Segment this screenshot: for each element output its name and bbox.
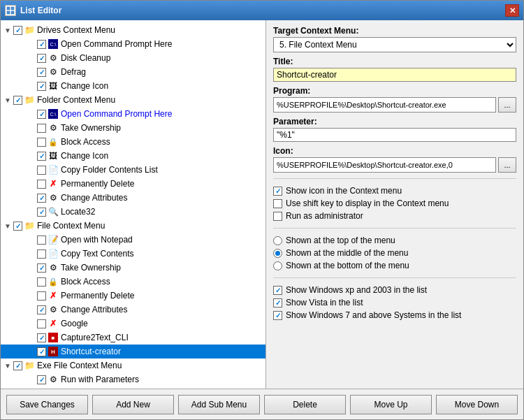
item-file-capture[interactable]: ■ Capture2Text_CLI [1, 331, 265, 345]
item-file-delete[interactable]: ✗ Permanently Delete [1, 289, 265, 303]
program-input[interactable] [273, 97, 496, 113]
radio-row-bottom[interactable]: Shown at the bottom of the menu [273, 259, 516, 272]
label-file-ownership: Take Ownership [61, 263, 121, 273]
cb-win7[interactable] [273, 311, 282, 320]
radios-group: Shown at the top of the menu Shown at th… [273, 234, 516, 272]
cb-file-capture[interactable] [37, 333, 46, 342]
cb-folder-changeicon[interactable] [37, 152, 46, 161]
cb-row-win7[interactable]: Show Windows 7 and above Systems in the … [273, 309, 516, 321]
cb-file-ownership[interactable] [37, 263, 46, 273]
add-new-button[interactable]: Add New [92, 395, 174, 414]
cb-folder-ownership[interactable] [37, 124, 46, 133]
gear-icon6: ⚙ [48, 192, 59, 203]
cb-folder-cmd[interactable] [37, 110, 46, 119]
label-file-attributes: Change Attributes [61, 305, 127, 314]
cb-drive-changeicon[interactable] [37, 82, 46, 91]
target-label: Target Context Menu: [273, 26, 516, 36]
cb-row-use-shift[interactable]: Use shift key to display in the Context … [273, 197, 516, 210]
gear-icon7: 🔍 [48, 206, 59, 217]
item-folder-attributes[interactable]: ⚙ Change Attributes [1, 191, 265, 205]
item-file-copy[interactable]: 📄 Copy Text Contents [1, 247, 265, 261]
cb-row-run-admin[interactable]: Run as administrator [273, 210, 516, 222]
spacer [26, 38, 37, 50]
right-panel: Target Context Menu: 5. File Context Men… [266, 20, 523, 389]
cb-file-google[interactable] [37, 319, 46, 328]
item-file-attributes[interactable]: ⚙ Change Attributes [1, 303, 265, 317]
section-drives[interactable]: ▼ 📁 Drives Context Menu [1, 23, 265, 37]
radio-middle[interactable] [273, 249, 282, 258]
cb-folder-attributes[interactable] [37, 194, 46, 203]
item-file-notepad[interactable]: 📝 Open with Notepad [1, 233, 265, 247]
cb-row-show-icon[interactable]: Show icon in the Context menu [273, 184, 516, 197]
cb-folder-delete[interactable] [37, 180, 46, 189]
cb-file-notepad[interactable] [37, 236, 46, 245]
item-drive-cmd[interactable]: C:\ Open Command Prompt Here [1, 37, 265, 51]
cb-vista[interactable] [273, 298, 282, 307]
checkbox-drives[interactable] [13, 26, 22, 35]
cb-file-copy[interactable] [37, 249, 46, 259]
cb-row-winxp[interactable]: Show Windows xp and 2003 in the list [273, 284, 516, 296]
item-drive-cleanup[interactable]: ⚙ Disk Cleanup [1, 51, 265, 65]
cb-show-icon[interactable] [273, 187, 282, 196]
cb-file-block[interactable] [37, 277, 46, 287]
item-folder-delete[interactable]: ✗ Permanently Delete [1, 177, 265, 191]
checkbox-file[interactable] [13, 222, 22, 231]
cb-use-shift[interactable] [273, 199, 282, 208]
close-button[interactable]: ✕ [505, 4, 519, 17]
item-folder-ownership[interactable]: ⚙ Take Ownership [1, 121, 265, 135]
item-exe-run[interactable]: ⚙ Run with Parameters [1, 372, 265, 386]
checkbox-folder[interactable] [13, 96, 22, 105]
radio-row-middle[interactable]: Shown at the middle of the menu [273, 247, 516, 259]
item-folder-copylist[interactable]: 📄 Copy Folder Contents List [1, 163, 265, 177]
title-input[interactable] [273, 68, 516, 82]
parameter-label: Parameter: [273, 117, 516, 126]
icon-input[interactable] [273, 157, 496, 173]
item-file-ownership[interactable]: ⚙ Take Ownership [1, 261, 265, 275]
move-up-button[interactable]: Move Up [350, 395, 432, 414]
section-exe[interactable]: ▼ 📁 Exe File Context Menu [1, 359, 265, 372]
cb-file-attributes[interactable] [37, 305, 46, 314]
move-down-button[interactable]: Move Down [436, 395, 518, 414]
separator1 [273, 178, 516, 179]
radio-bottom[interactable] [273, 261, 282, 270]
cb-file-delete[interactable] [37, 291, 46, 300]
checkbox-exe[interactable] [13, 361, 22, 370]
item-folder-changeicon[interactable]: 🖼 Change Icon [1, 149, 265, 163]
section-folder[interactable]: ▼ 📁 Folder Context Menu [1, 93, 265, 107]
cb-folder-block[interactable] [37, 138, 46, 147]
item-folder-locate[interactable]: 🔍 Locate32 [1, 205, 265, 219]
cb-row-vista[interactable]: Show Vista in the list [273, 296, 516, 309]
add-sub-menu-button[interactable]: Add Sub Menu [178, 395, 260, 414]
item-folder-block[interactable]: 🔒 Block Access [1, 135, 265, 149]
item-file-shortcut[interactable]: H Shortcut-creator [1, 345, 265, 359]
spacer [26, 178, 37, 189]
cb-run-admin[interactable] [273, 212, 282, 221]
cb-drive-cmd[interactable] [37, 40, 46, 49]
target-select[interactable]: 5. File Context Menu [273, 37, 516, 52]
cb-file-shortcut[interactable] [37, 347, 46, 356]
cb-drive-cleanup[interactable] [37, 54, 46, 63]
icon-browse-button[interactable]: ... [498, 157, 516, 173]
item-file-google[interactable]: ✗ Google [1, 317, 265, 331]
item-file-block[interactable]: 🔒 Block Access [1, 275, 265, 289]
cb-folder-copylist[interactable] [37, 166, 46, 175]
cb-exe-run[interactable] [37, 375, 46, 384]
delete-button[interactable]: Delete [264, 395, 346, 414]
cb-drive-defrag[interactable] [37, 68, 46, 77]
item-drive-defrag[interactable]: ⚙ Defrag [1, 65, 265, 79]
cb-winxp[interactable] [273, 286, 282, 295]
program-browse-button[interactable]: ... [498, 97, 516, 113]
item-folder-cmd[interactable]: C:\ Open Command Prompt Here [1, 107, 265, 121]
expand-folder-icon: ▼ [2, 94, 13, 106]
item-drive-changeicon[interactable]: 🖼 Change Icon [1, 79, 265, 93]
tree-container[interactable]: ▼ 📁 Drives Context Menu C:\ Open Command… [1, 20, 265, 389]
section-file[interactable]: ▼ 📁 File Context Menu [1, 219, 265, 233]
radio-top[interactable] [273, 236, 282, 245]
radio-row-top[interactable]: Shown at the top of the menu [273, 234, 516, 247]
svg-rect-0 [7, 7, 10, 10]
radio-middle-label: Shown at the middle of the menu [286, 248, 408, 258]
program-label: Program: [273, 86, 516, 96]
parameter-input[interactable] [273, 128, 516, 142]
cb-folder-locate[interactable] [37, 208, 46, 217]
save-button[interactable]: Save Changes [6, 395, 88, 414]
